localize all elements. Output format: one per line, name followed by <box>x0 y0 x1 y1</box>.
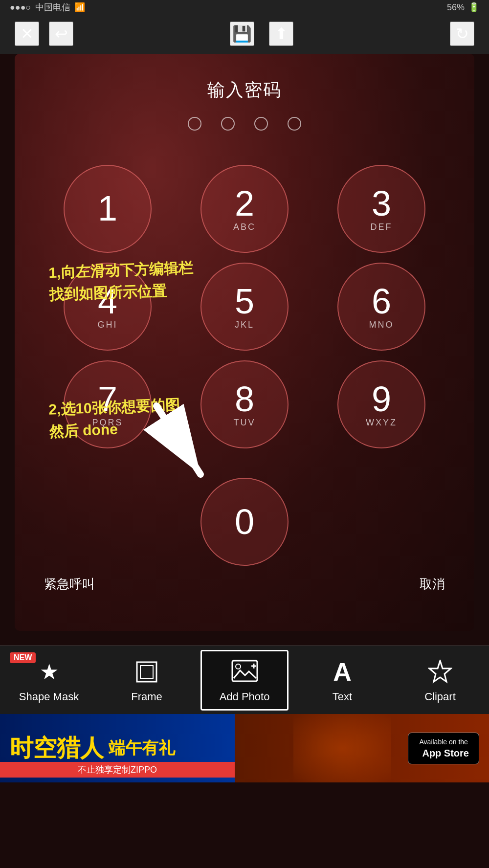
key-6-num: 6 <box>372 284 391 319</box>
signal-dots: ●●●○ <box>10 2 31 13</box>
text-icon: A <box>328 657 357 687</box>
close-button[interactable]: ✕ <box>15 22 39 46</box>
undo-button[interactable]: ↩ <box>49 22 73 46</box>
toolbar-shape-mask[interactable]: NEW ★ Shape Mask <box>5 657 93 703</box>
zero-row: 0 <box>15 473 474 566</box>
status-bar: ●●●○ 中国电信 📶 56% 🔋 <box>0 0 489 15</box>
toolbar-add-photo[interactable]: Add Photo <box>200 650 289 711</box>
pin-dot-4 <box>288 117 301 131</box>
frame-label: Frame <box>131 690 162 703</box>
status-left: ●●●○ 中国电信 📶 <box>10 1 85 13</box>
add-photo-icon <box>230 657 259 687</box>
clipart-icon <box>425 657 455 687</box>
app-store-badge[interactable]: Available on the App Store <box>408 733 479 764</box>
arrow-icon <box>132 396 210 494</box>
ad-tagline: 端午有礼 <box>109 737 175 759</box>
key-8-sub: TUV <box>234 418 256 428</box>
shape-mask-label: Shape Mask <box>19 690 79 703</box>
key-9[interactable]: 9 WXYZ <box>337 360 425 448</box>
frame-icon <box>132 657 161 687</box>
svg-marker-8 <box>429 661 451 682</box>
key-2-sub: ABC <box>233 222 256 232</box>
ad-dragon-image <box>293 714 391 782</box>
svg-line-1 <box>156 406 200 474</box>
key-5-sub: JKL <box>235 320 254 330</box>
arrow-container <box>132 396 230 494</box>
clipart-label: Clipart <box>424 690 456 703</box>
app-store-text-top: Available on the <box>420 738 468 746</box>
refresh-button[interactable]: ↻ <box>450 22 474 46</box>
pin-dots <box>15 117 474 131</box>
shape-mask-icon: ★ <box>34 657 64 687</box>
toolbar-text[interactable]: A Text <box>298 657 386 703</box>
add-photo-label: Add Photo <box>220 690 270 703</box>
pin-dot-1 <box>188 117 201 131</box>
share-button[interactable]: ⬆ <box>269 22 293 46</box>
battery-icon: 🔋 <box>468 2 479 13</box>
key-5[interactable]: 5 JKL <box>200 263 289 351</box>
top-bar-right: ↻ <box>450 22 474 46</box>
status-right: 56% 🔋 <box>447 2 479 13</box>
key-8-num: 8 <box>235 381 254 417</box>
ad-right: Available on the App Store <box>235 714 489 782</box>
emergency-text[interactable]: 紧急呼叫 <box>44 576 95 593</box>
ad-left: 时空猎人 端午有礼 不止独享定制ZIPPO <box>0 714 235 782</box>
key-9-sub: WXYZ <box>366 418 397 428</box>
key-4-sub: GHI <box>97 320 117 330</box>
annotation-1: 1,向左滑动下方编辑栏 找到如图所示位置 <box>48 257 194 306</box>
key-9-num: 9 <box>372 381 391 417</box>
top-bar-left: ✕ ↩ <box>15 22 73 46</box>
key-3-num: 3 <box>372 186 391 221</box>
key-6[interactable]: 6 MNO <box>337 263 425 351</box>
cancel-text[interactable]: 取消 <box>420 576 445 593</box>
top-bar-center: 💾 ⬆ <box>230 22 293 46</box>
key-0-num: 0 <box>235 504 254 539</box>
svg-point-5 <box>236 664 241 669</box>
toolbar-clipart[interactable]: Clipart <box>396 657 484 703</box>
save-button[interactable]: 💾 <box>230 22 254 46</box>
main-content: 输入密码 1,向左滑动下方编辑栏 找到如图所示位置 1 2 ABC <box>0 54 489 645</box>
phone-screen: 输入密码 1,向左滑动下方编辑栏 找到如图所示位置 1 2 ABC <box>15 54 474 631</box>
pin-dot-2 <box>221 117 235 131</box>
toolbar: NEW ★ Shape Mask Frame Add Photo A <box>0 645 489 714</box>
toolbar-frame[interactable]: Frame <box>103 657 191 703</box>
passcode-title: 输入密码 <box>15 78 474 102</box>
key-1-num: 1 <box>98 191 117 226</box>
key-2[interactable]: 2 ABC <box>200 165 289 253</box>
top-bar: ●●●○ 中国电信 📶 56% 🔋 ✕ ↩ 💾 ⬆ ↻ <box>0 0 489 54</box>
new-badge: NEW <box>10 652 36 663</box>
text-label: Text <box>333 690 352 703</box>
svg-rect-3 <box>140 666 153 678</box>
battery-percent: 56% <box>447 2 465 13</box>
ad-subtitle: 不止独享定制ZIPPO <box>0 762 235 778</box>
wifi-icon: 📶 <box>74 2 85 13</box>
app-store-text-main: App Store <box>422 748 469 759</box>
key-3-sub: DEF <box>371 222 393 232</box>
ad-banner[interactable]: 时空猎人 端午有礼 不止独享定制ZIPPO Available on the A… <box>0 714 489 782</box>
pin-dot-3 <box>254 117 268 131</box>
key-5-num: 5 <box>235 284 254 319</box>
key-1[interactable]: 1 <box>64 165 152 253</box>
key-2-num: 2 <box>235 186 254 221</box>
key-3[interactable]: 3 DEF <box>337 165 425 253</box>
key-6-sub: MNO <box>369 320 394 330</box>
carrier-name: 中国电信 <box>35 1 70 13</box>
ad-game-logo: 时空猎人 <box>10 733 104 764</box>
bottom-row: 紧急呼叫 取消 <box>15 576 474 593</box>
